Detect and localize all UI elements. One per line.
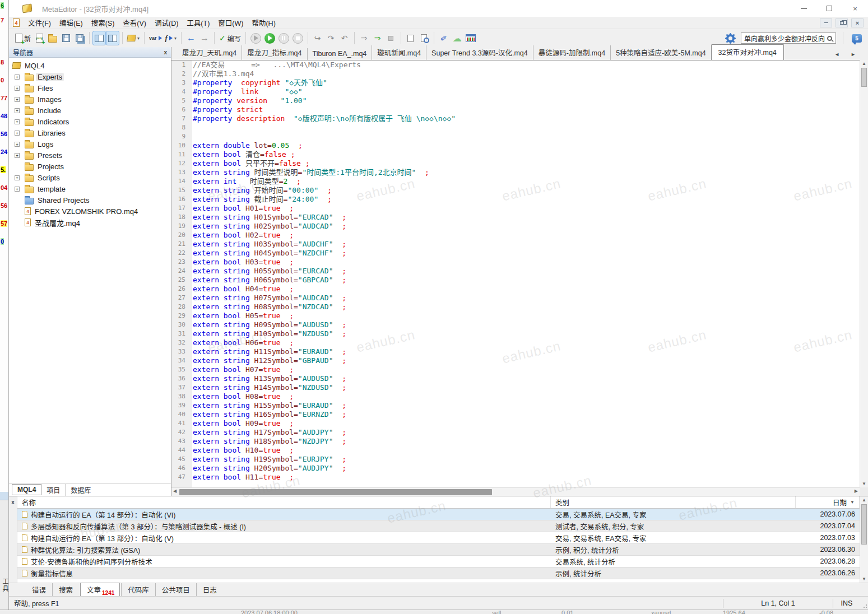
menu-item-5[interactable]: 调试(D) bbox=[155, 20, 178, 27]
file-tab-6[interactable]: 暴徒源码-加限制.mq4 bbox=[533, 45, 610, 60]
table-row[interactable]: 种群优化算法: 引力搜索算法 (GSA)示例, 积分, 统计分析2023.06.… bbox=[17, 544, 860, 556]
document-minimize-button[interactable] bbox=[820, 18, 832, 27]
scroll-left-icon[interactable]: ◀ bbox=[173, 489, 177, 494]
tree-item-template[interactable]: +template bbox=[9, 183, 171, 194]
column-header-name[interactable]: 名称 bbox=[17, 496, 551, 508]
expander-plus-icon[interactable]: + bbox=[15, 131, 20, 136]
table-row[interactable]: 构建自动运行的 EA（第 13 部分）：自动化 (V)交易, 交易系统, EA交… bbox=[17, 532, 860, 544]
toolbox-tab-5[interactable]: 公共项目 bbox=[155, 583, 196, 596]
expander-plus-icon[interactable]: + bbox=[15, 175, 20, 180]
expander-plus-icon[interactable]: + bbox=[15, 86, 20, 91]
new-file-button[interactable]: + 新 bbox=[13, 31, 33, 45]
table-row[interactable]: 衡量指标信息示例, 统计分析2023.06.26 bbox=[17, 568, 860, 579]
file-tab-5[interactable]: Super Trend 3.3源码-汉化.mq4 bbox=[426, 45, 533, 60]
search-input[interactable] bbox=[741, 32, 836, 44]
compile-button[interactable]: ✓编写 bbox=[217, 31, 243, 45]
expander-plus-icon[interactable]: + bbox=[15, 142, 20, 147]
toolbox-tab-6[interactable]: 日志 bbox=[196, 583, 223, 596]
debug-pause-button[interactable] bbox=[277, 31, 291, 45]
toggle-breakpoint-button[interactable]: ⇒ bbox=[371, 31, 384, 45]
tree-item-include[interactable]: +Include bbox=[9, 105, 171, 116]
find-in-files-button[interactable] bbox=[417, 31, 431, 45]
open-metatrader-button[interactable] bbox=[464, 31, 477, 45]
expander-plus-icon[interactable]: + bbox=[15, 108, 20, 113]
file-tab-7[interactable]: 5种策略自适应-欧美-5M.mq4 bbox=[610, 45, 711, 60]
tab-scroll-left-button[interactable]: ◄ bbox=[834, 52, 839, 57]
navigator-close-button[interactable]: x bbox=[164, 49, 167, 55]
goto-function-button[interactable]: f▾ bbox=[164, 31, 178, 45]
table-row[interactable]: 构建自动运行的 EA（第 14 部分）：自动化 (VI)交易, 交易系统, EA… bbox=[17, 509, 860, 520]
toolbox-scroll-thumb[interactable] bbox=[861, 504, 867, 545]
scroll-down-icon[interactable]: ▼ bbox=[860, 576, 868, 582]
file-tab-2[interactable]: 屠龙刀_指标.mq4 bbox=[242, 45, 307, 60]
navigate-forward-button[interactable]: → bbox=[198, 31, 211, 45]
search-settings-button[interactable] bbox=[723, 31, 737, 45]
resize-grip[interactable] bbox=[860, 597, 868, 610]
tree-item-indicators[interactable]: +Indicators bbox=[9, 116, 171, 127]
menu-item-8[interactable]: 帮助(H) bbox=[252, 20, 275, 27]
tree-item-shared-projects[interactable]: Shared Projects bbox=[9, 194, 171, 206]
debug-stop-button[interactable] bbox=[291, 31, 305, 45]
storage-button[interactable]: ☁ bbox=[451, 31, 464, 45]
toolbox-tab-2[interactable]: 搜索 bbox=[52, 583, 79, 596]
tree-item-presets[interactable]: +Presets bbox=[9, 150, 171, 161]
tree-item-libraries[interactable]: +Libraries bbox=[9, 127, 171, 138]
horizontal-scroll-thumb[interactable] bbox=[179, 489, 492, 495]
column-header-date[interactable]: 日期▼ bbox=[796, 496, 860, 508]
step-into-button[interactable]: ↪ bbox=[311, 31, 324, 45]
file-tab-4[interactable]: 璇玑新闻.mq4 bbox=[372, 45, 426, 60]
code-editor[interactable]: 1//EA交易 => ...\MT4\MQL4\Experts2//双市黑1.3… bbox=[171, 60, 860, 487]
open-button[interactable] bbox=[46, 31, 59, 45]
scroll-up-icon[interactable]: ▲ bbox=[860, 497, 868, 503]
expander-plus-icon[interactable]: + bbox=[15, 97, 20, 102]
document-restore-button[interactable] bbox=[835, 18, 848, 27]
menu-item-1[interactable]: 文件(F) bbox=[28, 20, 51, 27]
run-to-cursor-button[interactable]: ⇒ bbox=[358, 31, 371, 45]
menu-item-3[interactable]: 搜索(S) bbox=[91, 20, 115, 27]
search-icon[interactable] bbox=[827, 36, 832, 41]
file-tab-8[interactable]: 32货币对对冲.mq4 bbox=[711, 44, 784, 61]
expander-plus-icon[interactable]: + bbox=[15, 75, 20, 80]
toolbox-tab-4[interactable]: 代码库 bbox=[121, 583, 155, 596]
tree-item-projects[interactable]: Projects bbox=[9, 161, 171, 172]
menu-item-7[interactable]: 窗口(W) bbox=[218, 20, 243, 27]
close-button[interactable]: × bbox=[842, 0, 868, 17]
new-project-button[interactable]: proj+ bbox=[33, 31, 46, 45]
debug-restart-button[interactable] bbox=[249, 31, 263, 45]
scroll-down-icon[interactable]: ▼ bbox=[860, 481, 868, 486]
document-close-button[interactable]: × bbox=[851, 18, 864, 27]
expander-plus-icon[interactable]: + bbox=[15, 187, 20, 192]
navigator-tab-2[interactable]: 项目 bbox=[41, 484, 65, 496]
save-all-button[interactable] bbox=[73, 31, 86, 45]
styler-button[interactable]: ✏ bbox=[437, 31, 451, 45]
goto-variable-button[interactable]: var bbox=[147, 31, 164, 45]
tree-item-files[interactable]: +Files bbox=[9, 82, 171, 94]
editor-vertical-scrollbar[interactable]: ▲ ▼ bbox=[860, 60, 868, 487]
toggle-navigator-button[interactable] bbox=[92, 31, 106, 45]
file-tab-3[interactable]: Tiburon EA_.mq4 bbox=[307, 48, 372, 60]
debug-start-button[interactable] bbox=[263, 31, 277, 45]
vertical-scroll-thumb[interactable] bbox=[861, 68, 867, 87]
tree-item-scripts[interactable]: +Scripts bbox=[9, 172, 171, 183]
expander-plus-icon[interactable]: + bbox=[15, 119, 20, 124]
column-header-category[interactable]: 类别 bbox=[551, 496, 796, 508]
save-button[interactable] bbox=[59, 31, 73, 45]
toolbox-scrollbar[interactable]: ▲ ▼ bbox=[860, 496, 868, 583]
menu-item-6[interactable]: 工具(T) bbox=[187, 20, 210, 27]
expander-plus-icon[interactable]: + bbox=[15, 153, 20, 158]
tab-scroll-right-button[interactable]: ► bbox=[851, 52, 856, 57]
toolbox-tab-1[interactable]: 错误 bbox=[26, 583, 52, 596]
menu-item-2[interactable]: 编辑(E) bbox=[59, 20, 83, 27]
tree-item-forex-vzlomshik-pro-mq4[interactable]: 4FOREX VZLOMSHIK PRO.mq4 bbox=[9, 206, 171, 217]
scroll-right-icon[interactable]: ▶ bbox=[855, 489, 858, 494]
step-over-button[interactable]: ↷ bbox=[324, 31, 338, 45]
tree-item--mq4[interactable]: 4圣战屠龙.mq4 bbox=[9, 217, 171, 228]
menu-item-4[interactable]: 查看(V) bbox=[123, 20, 146, 27]
delete-breakpoints-button[interactable] bbox=[384, 31, 398, 45]
tree-item-logs[interactable]: +Logs bbox=[9, 138, 171, 150]
navigator-tab-3[interactable]: 数据库 bbox=[65, 484, 96, 496]
toolbox-close-button[interactable]: x bbox=[11, 499, 15, 505]
maximize-button[interactable] bbox=[816, 0, 842, 17]
scroll-up-icon[interactable]: ▲ bbox=[860, 61, 868, 66]
tree-root-mql4[interactable]: MQL4 bbox=[9, 60, 171, 71]
